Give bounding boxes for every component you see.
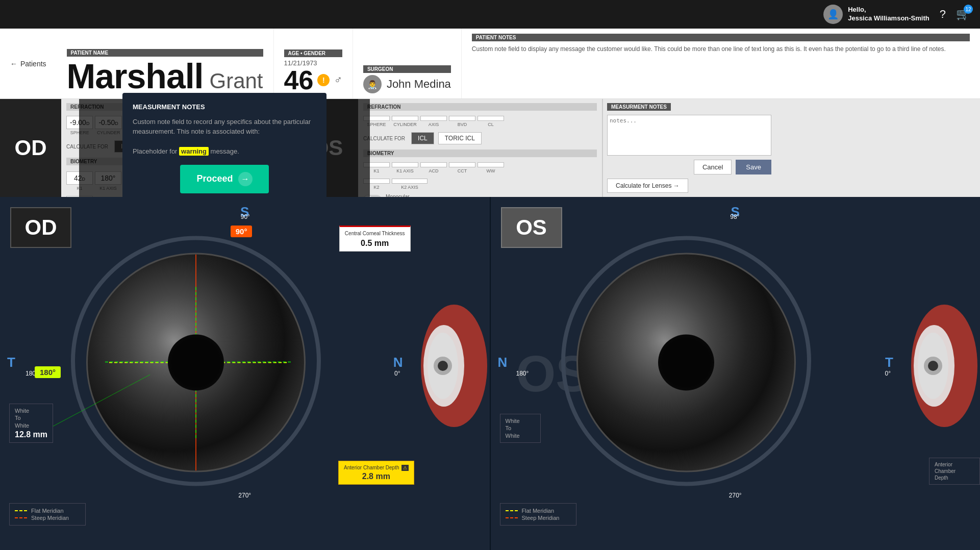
- os-bvd-val: [449, 116, 475, 121]
- patient-name-section: PATIENT NAME Marshall Grant: [57, 29, 273, 98]
- od-wtw-value: 12.8 mm: [15, 430, 47, 439]
- flat-meridian-line: [15, 510, 27, 511]
- user-info: 👤 Hello, Jessica Williamson-Smith: [823, 5, 929, 24]
- os-cancel-button[interactable]: Cancel: [694, 160, 732, 174]
- od-acd-header: Anterior Chamber Depth ⚠: [344, 464, 408, 471]
- od-visualization: OD S 90° T 180° N 0° 270° 90° 180°: [0, 197, 490, 550]
- od-viz-label: OD: [25, 215, 57, 240]
- proceed-button[interactable]: Proceed →: [180, 165, 268, 193]
- os-acd-val: [420, 162, 447, 167]
- measurement-notes-modal: MEASURMENT NOTES Custom note field to re…: [79, 99, 370, 197]
- od-ccf-box: Central Corneal Thickness 0.5 mm: [339, 226, 411, 252]
- help-button[interactable]: ?: [940, 8, 946, 21]
- user-name: Jessica Williamson-Smith: [848, 14, 929, 23]
- os-biometry-row2: K2 K2 AXIS: [363, 179, 597, 190]
- patient-notes-text: Custom note field to display any message…: [472, 44, 970, 54]
- measurement-area: OD REFRACTION -9.00D SPHERE -0.50D CYLIN…: [0, 99, 980, 197]
- os-cl-val: [478, 116, 504, 121]
- os-save-button[interactable]: Save: [736, 160, 771, 174]
- os-ww-box: WW: [478, 162, 504, 173]
- eye-visualization: OD S 90° T 180° N 0° 270° 90° 180°: [0, 197, 980, 550]
- surgeon-avatar: 👨‍⚕️: [363, 75, 382, 93]
- od-flat-meridian-item: Flat Meridian: [15, 508, 80, 514]
- os-deg-270: 270°: [729, 492, 742, 499]
- os-deg-0: 0°: [885, 370, 891, 377]
- od-angle-180-badge: 180°: [35, 366, 61, 378]
- os-refraction-label: REFRACTION: [363, 103, 597, 111]
- os-ww-val: [478, 162, 504, 167]
- od-ccf-value: 0.5 mm: [345, 239, 405, 248]
- svg-point-9: [928, 361, 938, 371]
- cart-button[interactable]: 🛒 12: [956, 8, 970, 21]
- od-eye-circle: [86, 253, 306, 472]
- od-deg-90: 90°: [241, 213, 250, 220]
- os-calc-row: CALCULATE FOR ICL TORIC ICL: [363, 132, 597, 144]
- od-steep-meridian-item: Steep Meridian: [15, 515, 80, 521]
- patient-notes-label: PATIENT NOTES: [472, 34, 970, 41]
- os-refraction-row: SPHERE CYLINDER AXIS BVD CL: [363, 116, 597, 127]
- modal-title: MEASURMENT NOTES: [133, 103, 316, 111]
- modal-body: Custom note field to record any specific…: [133, 117, 316, 157]
- os-biometry-label: BIOMETRY: [363, 149, 597, 157]
- os-axis-val: [420, 116, 447, 121]
- age-gender-label: AGE • GENDER: [284, 49, 342, 57]
- patient-age-number: 46 ! ♂: [284, 67, 342, 93]
- surgeon-name: John Medina: [387, 78, 451, 91]
- surgeon-section: SURGEON 👨‍⚕️ John Medina: [353, 29, 461, 98]
- os-k1axis-val: [392, 162, 418, 167]
- surgeon-label: SURGEON: [363, 65, 451, 73]
- patient-age-section: AGE • GENDER 11/21/1973 46 ! ♂: [273, 29, 353, 98]
- os-eye-circle: [576, 253, 796, 472]
- os-k2axis-box: K2 AXIS: [392, 179, 428, 190]
- hello-text: Hello,: [848, 6, 929, 14]
- os-icl-btn[interactable]: ICL: [411, 132, 434, 144]
- os-cct-box: CCT: [449, 162, 475, 173]
- od-wtw-box: White To White 12.8 mm: [9, 404, 53, 443]
- top-navigation: 👤 Hello, Jessica Williamson-Smith ? 🛒 12: [0, 0, 980, 29]
- acd-warning-icon: ⚠: [401, 465, 409, 471]
- od-acd-value: 2.8 mm: [344, 472, 408, 481]
- patient-last-name: Grant: [209, 69, 263, 93]
- os-toric-icl-btn[interactable]: TORIC ICL: [438, 132, 482, 144]
- calc-lenses-button[interactable]: Calculate for Lenses →: [607, 179, 688, 193]
- os-cylinder-box: CYLINDER: [392, 116, 418, 127]
- od-badge: OD: [0, 99, 61, 197]
- od-deg-270: 270°: [238, 492, 251, 499]
- od-angle-90-badge: 90°: [231, 226, 253, 237]
- os-deg-180: 180°: [516, 370, 529, 377]
- os-notes-panel: MEASURMENT NOTES Cancel Save Calculate f…: [602, 99, 775, 197]
- os-viz-label: OS: [516, 215, 547, 240]
- user-avatar: 👤: [823, 5, 843, 24]
- od-compass-n: N: [393, 355, 403, 370]
- os-viz-badge: OS: [501, 207, 562, 248]
- os-visualization: OS OS S 98° N 180° T 0° 270° White To Wh…: [491, 197, 981, 550]
- patient-name-label: PATIENT NAME: [67, 49, 263, 57]
- age-warning-icon: !: [317, 74, 330, 86]
- os-wtw-box: White To White: [500, 414, 541, 443]
- proceed-arrow-icon: →: [238, 172, 253, 186]
- modal-warning-word: warning: [179, 147, 209, 156]
- os-k2axis-val: [392, 179, 428, 184]
- os-cct-val: [449, 162, 475, 167]
- os-wtw-title: White To White: [506, 417, 535, 439]
- back-button[interactable]: ← Patients: [0, 29, 57, 98]
- od-compass-t: T: [7, 355, 15, 370]
- os-k1axis-box: K1 AXIS: [392, 162, 418, 173]
- patient-first-name: Marshall: [67, 59, 204, 93]
- os-side-eye: [909, 289, 980, 442]
- os-notes-buttons: Cancel Save: [607, 160, 771, 174]
- os-steep-meridian-line: [506, 517, 518, 518]
- od-legend-box: Flat Meridian Steep Meridian: [9, 503, 86, 526]
- gender-icon: ♂: [334, 74, 342, 86]
- cart-badge: 12: [964, 5, 973, 14]
- surgeon-info: 👨‍⚕️ John Medina: [363, 75, 451, 93]
- os-cylinder-val: [392, 116, 418, 121]
- os-flat-meridian-item: Flat Meridian: [506, 508, 571, 514]
- os-acd-box: ACD: [420, 162, 447, 173]
- od-viz-badge: OD: [10, 207, 71, 248]
- modal-box: MEASURMENT NOTES Custom note field to re…: [122, 93, 326, 204]
- od-ccf-title: Central Corneal Thickness: [345, 230, 405, 237]
- os-bvd-box: BVD: [449, 116, 475, 127]
- os-notes-input[interactable]: [607, 115, 771, 156]
- os-acd-title: Anterior Chamber Depth: [935, 461, 974, 481]
